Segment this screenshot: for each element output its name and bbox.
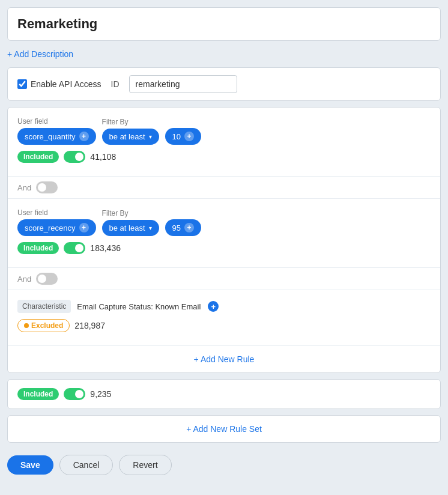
api-row: Enable API Access ID [7,67,441,101]
rule2-field-plus-icon: + [79,223,89,232]
enable-api-checkbox[interactable] [17,79,27,89]
rule1-toggle[interactable] [64,151,85,163]
rule1-filter-label: Filter By [102,118,159,126]
rule1-field-btn[interactable]: score_quantity + [17,128,96,145]
rule1-included-badge: Included [17,151,59,163]
rule3-add-plus-icon[interactable]: + [208,301,219,312]
rule2-value-text: 95 [172,223,181,232]
add-new-rule-button[interactable]: + Add New Rule [194,354,255,364]
rule3-excluded-row: Excluded 218,987 [17,319,431,332]
id-label: ID [111,79,120,89]
rule1-filter-btn[interactable]: be at least ▾ [102,129,159,145]
add-new-ruleset-card: + Add New Rule Set [7,415,441,443]
final-included-badge: Included [17,388,59,400]
title-input[interactable] [17,16,431,32]
revert-button[interactable]: Revert [119,455,171,475]
enable-api-label[interactable]: Enable API Access [17,79,101,89]
final-included-count: 9,235 [90,389,111,399]
rule2-value-btn[interactable]: 95 + [165,219,201,236]
enable-api-text: Enable API Access [31,79,101,89]
rule1-count: 41,108 [90,152,116,162]
rule1-field-row: User field score_quantity + Filter By be… [17,117,431,145]
rule2-field-row: User field score_recency + Filter By be … [17,208,431,236]
rule1-value-plus-icon: + [184,132,194,141]
save-button[interactable]: Save [7,455,53,475]
and-label-1: And [17,183,31,192]
rule1-user-field-label: User field [17,117,96,126]
cancel-button[interactable]: Cancel [59,455,114,475]
rule2-included-badge: Included [17,242,59,254]
add-new-ruleset-label: + Add New Rule Set [186,424,262,434]
rule1-filter-col: Filter By be at least ▾ [102,118,159,145]
rule2-value-spacer [165,208,201,217]
title-card [7,7,441,41]
rule2-filter-text: be at least [109,223,145,232]
add-new-rule-label: + Add New Rule [194,354,255,364]
rule2-value-col: 95 + [165,208,201,236]
and-row-2: And [8,268,440,290]
rule3-char-row: Characteristic Email Capture Status: Kno… [17,300,431,313]
rule1-filter-text: be at least [109,132,145,141]
rule2-field-btn[interactable]: score_recency + [17,219,96,236]
rules-card: User field score_quantity + Filter By be… [7,107,441,373]
rule2-filter-col: Filter By be at least ▾ [102,209,159,236]
rule-group-1: User field score_quantity + Filter By be… [8,108,440,177]
rule2-user-field-label: User field [17,208,96,217]
rule1-field-plus-icon: + [79,132,89,141]
excluded-dot-icon [24,323,29,328]
rule1-filter-chevron-icon: ▾ [149,133,152,140]
rule1-field-name: score_quantity [25,132,76,141]
rule2-filter-label: Filter By [102,209,159,217]
and-toggle-1[interactable] [36,181,58,193]
and-row-1: And [8,177,440,199]
add-new-rule-row: + Add New Rule [8,346,440,372]
and-label-2: And [17,275,31,284]
rule1-user-field-col: User field score_quantity + [17,117,96,145]
rule1-value-col: 10 + [165,117,201,145]
rule1-value-spacer [165,117,201,126]
rule1-included-row: Included 41,108 [17,151,431,163]
rule-group-3: Characteristic Email Capture Status: Kno… [8,290,440,346]
rule3-excluded-label: Excluded [31,321,63,330]
rule2-toggle[interactable] [64,242,85,254]
rule2-field-name: score_recency [25,223,76,232]
rule3-char-label: Email Capture Status: Known Email [77,302,201,311]
rule1-value-text: 10 [172,132,181,141]
rule2-user-field-col: User field score_recency + [17,208,96,236]
rule3-characteristic-tag: Characteristic [17,300,71,313]
rule2-filter-chevron-icon: ▾ [149,225,152,231]
rule2-included-row: Included 183,436 [17,242,431,254]
page-container: + Add Description Enable API Access ID U… [7,7,441,478]
and-toggle-2[interactable] [36,273,58,285]
rule2-filter-btn[interactable]: be at least ▾ [102,220,159,236]
rule1-value-btn[interactable]: 10 + [165,128,201,145]
rule2-value-plus-icon: + [184,223,194,232]
add-new-ruleset-button[interactable]: + Add New Rule Set [186,424,262,434]
bottom-bar: Save Cancel Revert [7,449,441,478]
final-included-toggle[interactable] [64,388,85,400]
rule3-count: 218,987 [74,321,105,330]
final-included-card: Included 9,235 [7,379,441,409]
rule2-count: 183,436 [90,243,121,253]
rule3-excluded-badge: Excluded [17,319,70,332]
id-input[interactable] [129,75,237,93]
add-description-link[interactable]: + Add Description [7,47,441,61]
rule-group-2: User field score_recency + Filter By be … [8,199,440,268]
